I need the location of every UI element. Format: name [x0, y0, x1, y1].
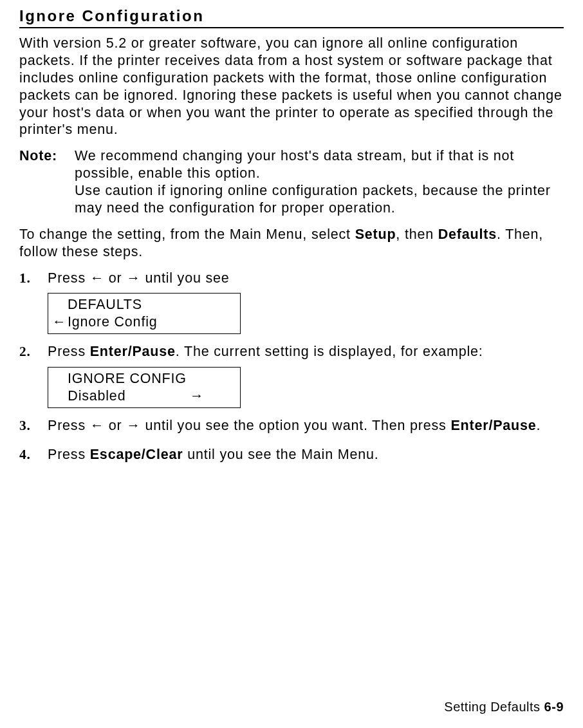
step-4: 4. Press Escape/Clear until you see the …	[19, 446, 564, 463]
section-heading: Ignore Configuration	[19, 6, 564, 28]
display1-line2: Ignore Config	[65, 313, 236, 331]
spacer	[52, 296, 65, 313]
step-1-body: Press ← or → until you see	[48, 270, 564, 287]
spacer	[52, 370, 65, 387]
note-line2: Use caution if ignoring online configura…	[75, 183, 551, 216]
step-2-post: . The current setting is displayed, for …	[176, 344, 483, 359]
nav-instruction: To change the setting, from the Main Men…	[19, 226, 564, 261]
step-3-number: 3.	[19, 417, 48, 434]
nav-setup: Setup	[355, 227, 396, 242]
arrow-right-icon: →	[126, 418, 140, 433]
step-1-post: until you see	[141, 270, 230, 286]
step-3-mid: or	[104, 418, 126, 433]
step-2: 2. Press Enter/Pause. The current settin…	[19, 343, 564, 360]
nav-defaults: Defaults	[438, 227, 497, 242]
step-2-pre: Press	[48, 344, 90, 359]
note-line1: We recommend changing your host's data s…	[75, 148, 514, 181]
step-1-pre: Press	[48, 270, 90, 286]
step-1-mid: or	[104, 270, 126, 286]
arrow-left-icon: ←	[52, 313, 65, 331]
step-4-number: 4.	[19, 446, 48, 463]
nav-pre: To change the setting, from the Main Men…	[19, 227, 355, 242]
note-block: Note: We recommend changing your host's …	[19, 147, 564, 217]
lcd-display-defaults: DEFAULTS ← Ignore Config	[48, 293, 241, 334]
arrow-right-icon: →	[190, 387, 236, 405]
enter-pause-label: Enter/Pause	[450, 418, 536, 433]
step-2-body: Press Enter/Pause. The current setting i…	[48, 343, 564, 360]
step-4-post: until you see the Main Menu.	[183, 447, 378, 462]
enter-pause-label: Enter/Pause	[90, 344, 176, 359]
note-label: Note:	[19, 147, 75, 217]
step-1-number: 1.	[19, 270, 48, 287]
note-body: We recommend changing your host's data s…	[75, 147, 564, 217]
step-1: 1. Press ← or → until you see	[19, 270, 564, 287]
lcd-display-ignore-config: IGNORE CONFIG Disabled →	[48, 367, 241, 408]
escape-clear-label: Escape/Clear	[90, 447, 183, 462]
step-3-post2: .	[537, 418, 541, 433]
display2-line2: Disabled	[68, 388, 125, 404]
display1-line1: DEFAULTS	[65, 296, 236, 313]
step-3: 3. Press ← or → until you see the option…	[19, 417, 564, 434]
page-footer: Setting Defaults 6-9	[444, 699, 564, 715]
nav-mid: , then	[396, 227, 438, 242]
intro-paragraph: With version 5.2 or greater software, yo…	[19, 35, 564, 138]
step-4-body: Press Escape/Clear until you see the Mai…	[48, 446, 564, 463]
arrow-left-icon: ←	[90, 270, 104, 286]
footer-text: Setting Defaults	[444, 700, 544, 714]
display2-line1: IGNORE CONFIG	[65, 370, 236, 387]
page-number: 6-9	[544, 700, 564, 714]
step-4-pre: Press	[48, 447, 90, 462]
step-2-number: 2.	[19, 343, 48, 360]
step-3-body: Press ← or → until you see the option yo…	[48, 417, 564, 434]
step-3-post1: until you see the option you want. Then …	[141, 418, 451, 433]
arrow-left-icon: ←	[90, 418, 104, 433]
step-3-pre: Press	[48, 418, 90, 433]
arrow-right-icon: →	[126, 270, 140, 286]
